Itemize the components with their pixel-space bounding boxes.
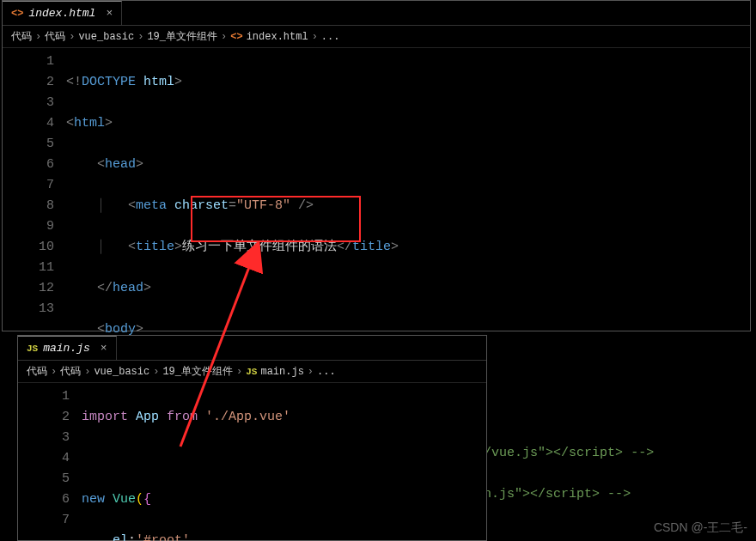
crumb[interactable]: ... [317,366,336,378]
crumb[interactable]: main.js [260,366,303,378]
crumb[interactable]: 19_单文件组件 [147,29,217,44]
tab-index-html[interactable]: <> index.html × [3,1,122,25]
editor-pane-main-js: JS main.js × 代码› 代码› vue_basic› 19_单文件组件… [17,335,487,541]
js-icon: JS [27,343,38,354]
tab-bar: JS main.js × [18,336,486,361]
close-icon[interactable]: × [106,7,113,20]
line-gutter: 123 456 7 [18,383,82,541]
html-icon: <> [230,31,242,43]
editor-pane-index-html: <> index.html × 代码› 代码› vue_basic› 19_单文… [2,0,751,331]
crumb[interactable]: vue_basic [78,31,134,43]
watermark: CSDN @-王二毛- [654,520,747,536]
html-icon: <> [11,8,23,20]
tab-label: index.html [28,7,95,20]
crumb[interactable]: index.html [247,31,308,43]
code-area[interactable]: 123 456 7 import App from './App.vue' ne… [18,383,486,541]
breadcrumb[interactable]: 代码› 代码› vue_basic› 19_单文件组件› <> index.ht… [3,26,750,48]
code-content[interactable]: import App from './App.vue' new Vue({ el… [82,383,290,541]
crumb[interactable]: 19_单文件组件 [162,364,233,379]
breadcrumb[interactable]: 代码› 代码› vue_basic› 19_单文件组件› JS main.js›… [18,361,486,383]
tab-main-js[interactable]: JS main.js × [18,336,117,360]
close-icon[interactable]: × [101,342,107,355]
crumb[interactable]: 代码 [11,29,32,44]
js-icon: JS [246,367,257,377]
crumb[interactable]: 代码 [27,364,47,379]
crumb[interactable]: 代码 [45,29,65,44]
crumb[interactable]: 代码 [60,364,81,379]
tab-label: main.js [43,342,90,355]
tab-bar: <> index.html × [3,1,750,26]
crumb[interactable]: vue_basic [94,366,149,378]
crumb[interactable]: ... [321,31,340,43]
